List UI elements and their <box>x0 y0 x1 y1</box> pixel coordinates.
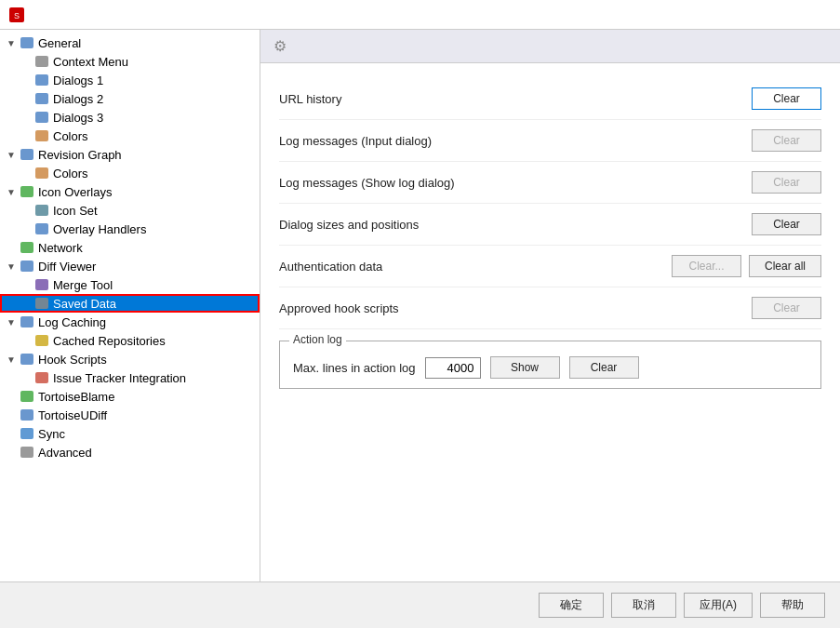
tree-toggle-revision-graph: ▼ <box>4 150 19 160</box>
action-log-clear-button[interactable]: Clear <box>569 356 639 379</box>
tree-icon-saved-data <box>33 296 50 311</box>
tree-icon-hook-scripts <box>19 352 35 367</box>
sidebar-label-tortoise-udiff: TortoiseUDiff <box>38 408 107 422</box>
settings-label-url-history: URL history <box>279 92 341 106</box>
content-panel: ⚙ URL historyClearLog messages (Input di… <box>260 30 840 581</box>
svg-rect-4 <box>35 74 48 86</box>
clear-log-show[interactable]: Clear <box>752 171 821 194</box>
sidebar-item-merge-tool[interactable]: Merge Tool <box>0 275 260 294</box>
footer-button-ok[interactable]: 确定 <box>539 593 604 618</box>
settings-label-auth-data: Authentication data <box>279 260 382 274</box>
clear-log-input[interactable]: Clear <box>752 129 821 152</box>
clear-hooks[interactable]: Clear <box>752 297 821 319</box>
settings-label-dialog-sizes: Dialog sizes and positions <box>279 218 419 232</box>
sidebar-label-merge-tool: Merge Tool <box>53 278 113 292</box>
sidebar: ▼GeneralContext MenuDialogs 1Dialogs 2Di… <box>0 30 260 581</box>
sidebar-item-cached-repos[interactable]: Cached Repositories <box>0 331 260 350</box>
clear-dialog-sizes[interactable]: Clear <box>752 213 821 235</box>
action-log-input[interactable] <box>425 357 481 379</box>
sidebar-item-sync[interactable]: Sync <box>0 424 260 443</box>
sidebar-item-colors-revision[interactable]: Colors <box>0 164 260 182</box>
sidebar-item-advanced[interactable]: Advanced <box>0 443 260 461</box>
sidebar-label-overlay-handlers: Overlay Handlers <box>53 222 146 236</box>
settings-row-dialog-sizes: Dialog sizes and positionsClear <box>279 204 821 246</box>
svg-rect-22 <box>20 409 33 421</box>
sidebar-item-network[interactable]: Network <box>0 238 260 257</box>
sidebar-item-tortoise-blame[interactable]: TortoiseBlame <box>0 387 260 406</box>
svg-rect-10 <box>20 186 33 197</box>
svg-rect-8 <box>20 149 33 160</box>
sidebar-item-revision-graph[interactable]: ▼Revision Graph <box>0 145 260 164</box>
svg-rect-9 <box>35 167 48 179</box>
tree-icon-log-caching <box>19 314 35 329</box>
tree-icon-tortoise-udiff <box>19 408 35 422</box>
tree-icon-dialogs1 <box>33 73 50 87</box>
settings-row-url-history: URL historyClear <box>279 78 821 120</box>
sidebar-label-general: General <box>38 36 81 50</box>
sidebar-label-issue-tracker: Issue Tracker Integration <box>53 371 186 385</box>
app-icon: S <box>9 7 24 22</box>
svg-text:S: S <box>14 11 20 20</box>
tree-icon-tortoise-blame <box>19 389 35 404</box>
svg-rect-18 <box>35 335 48 346</box>
settings-row-hook-scripts: Approved hook scriptsClear <box>279 287 821 329</box>
svg-rect-5 <box>35 93 48 104</box>
settings-controls-auth-data: Clear...Clear all <box>672 255 821 277</box>
clear-auth[interactable]: Clear... <box>672 255 741 277</box>
content-header-icon: ⚙ <box>273 37 287 55</box>
svg-rect-15 <box>35 279 48 290</box>
footer: 确定取消应用(A)帮助 <box>0 581 840 628</box>
sidebar-item-saved-data[interactable]: Saved Data <box>0 294 260 313</box>
svg-rect-2 <box>20 37 33 48</box>
tree-toggle-general: ▼ <box>4 38 19 48</box>
sidebar-item-hook-scripts[interactable]: ▼Hook Scripts <box>0 350 260 368</box>
sidebar-item-diff-viewer[interactable]: ▼Diff Viewer <box>0 257 260 275</box>
sidebar-item-dialogs1[interactable]: Dialogs 1 <box>0 71 260 89</box>
footer-button-cancel[interactable]: 取消 <box>611 593 676 618</box>
sidebar-item-overlay-handlers[interactable]: Overlay Handlers <box>0 220 260 238</box>
settings-label-log-messages-show: Log messages (Show log dialog) <box>279 176 455 190</box>
action-log-show-button[interactable]: Show <box>490 356 560 379</box>
sidebar-label-icon-set: Icon Set <box>53 204 98 218</box>
svg-rect-7 <box>35 130 48 141</box>
svg-rect-6 <box>35 112 48 123</box>
sidebar-item-log-caching[interactable]: ▼Log Caching <box>0 313 260 331</box>
svg-rect-24 <box>20 447 33 458</box>
settings-controls-dialog-sizes: Clear <box>752 213 821 235</box>
sidebar-item-icon-overlays[interactable]: ▼Icon Overlays <box>0 182 260 201</box>
tree-icon-network <box>19 240 35 255</box>
sidebar-item-general[interactable]: ▼General <box>0 33 260 52</box>
sidebar-item-icon-set[interactable]: Icon Set <box>0 201 260 220</box>
sidebar-item-colors-general[interactable]: Colors <box>0 127 260 145</box>
sidebar-item-context-menu[interactable]: Context Menu <box>0 52 260 71</box>
tree-icon-colors-general <box>33 128 50 143</box>
sidebar-item-dialogs3[interactable]: Dialogs 3 <box>0 108 260 127</box>
tree-icon-advanced <box>19 445 35 460</box>
tree-icon-revision-graph <box>19 147 35 162</box>
settings-controls-log-messages-input: Clear <box>752 129 821 152</box>
svg-rect-20 <box>35 372 48 383</box>
sidebar-label-sync: Sync <box>38 427 65 441</box>
sidebar-label-dialogs3: Dialogs 3 <box>53 111 103 125</box>
footer-button-apply[interactable]: 应用(A) <box>684 593 753 618</box>
sidebar-label-log-caching: Log Caching <box>38 315 106 329</box>
sidebar-item-tortoise-udiff[interactable]: TortoiseUDiff <box>0 406 260 424</box>
sidebar-label-diff-viewer: Diff Viewer <box>38 260 96 274</box>
sidebar-label-colors-general: Colors <box>53 129 88 143</box>
action-log-legend: Action log <box>289 333 346 346</box>
tree-icon-icon-overlays <box>19 184 35 199</box>
sidebar-item-issue-tracker[interactable]: Issue Tracker Integration <box>0 368 260 387</box>
svg-rect-17 <box>20 316 33 327</box>
sidebar-item-dialogs2[interactable]: Dialogs 2 <box>0 89 260 108</box>
svg-rect-11 <box>35 205 48 216</box>
clear-all-auth[interactable]: Clear all <box>749 255 821 277</box>
tree-icon-dialogs3 <box>33 110 50 125</box>
svg-rect-19 <box>20 354 33 365</box>
clear-url[interactable]: Clear <box>752 87 821 110</box>
footer-button-help[interactable]: 帮助 <box>760 593 825 618</box>
content-body: URL historyClearLog messages (Input dial… <box>260 63 840 581</box>
action-log-row: Max. lines in action logShowClear <box>293 351 807 379</box>
svg-rect-21 <box>20 391 33 402</box>
main-container: ▼GeneralContext MenuDialogs 1Dialogs 2Di… <box>0 30 840 581</box>
tree-icon-merge-tool <box>33 277 50 292</box>
